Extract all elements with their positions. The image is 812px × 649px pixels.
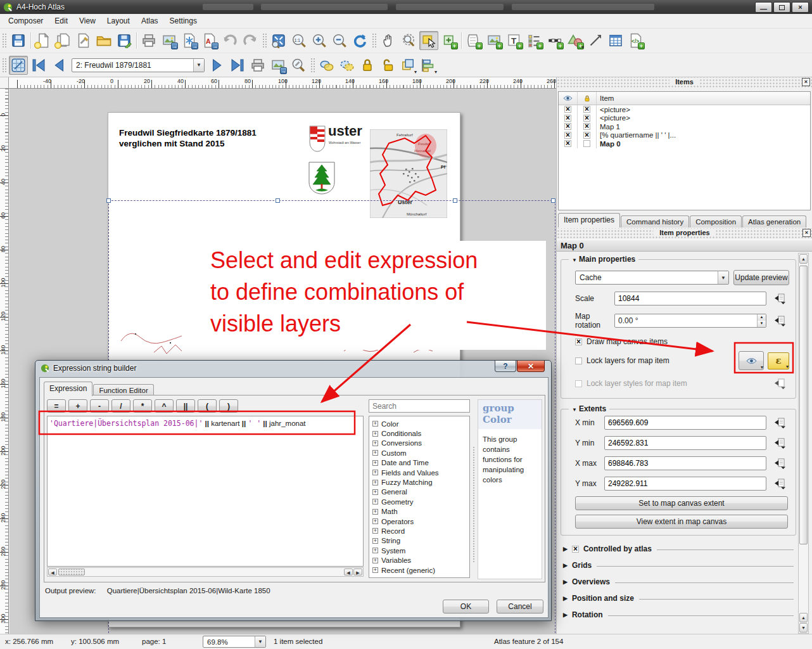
tab-composition[interactable]: Composition bbox=[690, 215, 742, 228]
operator-button[interactable]: ^ bbox=[155, 399, 174, 413]
visibility-preset-button[interactable]: ▾ bbox=[739, 351, 764, 370]
function-group-recent--generic-[interactable]: +Recent (generic) bbox=[372, 565, 469, 575]
properties-scrollbar[interactable]: ▲ ▲ ▼ bbox=[798, 253, 809, 634]
menu-item[interactable]: View bbox=[73, 15, 101, 27]
function-group-variables[interactable]: +Variables bbox=[372, 555, 469, 565]
function-search-input[interactable] bbox=[369, 399, 470, 413]
expand-plus-icon[interactable]: + bbox=[372, 421, 378, 427]
rotation-data-defined-button[interactable] bbox=[770, 314, 789, 328]
scroll-up-icon[interactable]: ▲ bbox=[799, 254, 808, 264]
section-overviews[interactable]: ▶Overviews bbox=[562, 574, 794, 590]
lock-styles-checkbox[interactable] bbox=[575, 380, 582, 387]
zoom-out-icon[interactable] bbox=[330, 31, 349, 50]
expand-plus-icon[interactable]: + bbox=[372, 470, 378, 475]
function-group-system[interactable]: +System bbox=[372, 546, 469, 555]
zoom-select-icon[interactable] bbox=[399, 31, 418, 50]
expand-plus-icon[interactable]: + bbox=[372, 518, 378, 524]
lock-checkbox[interactable]: × bbox=[583, 132, 590, 139]
expand-plus-icon[interactable]: + bbox=[372, 558, 378, 563]
expand-plus-icon[interactable]: + bbox=[372, 538, 378, 544]
lock-checkbox[interactable] bbox=[583, 140, 590, 147]
scrollbar-thumb[interactable] bbox=[58, 569, 85, 575]
lock-styles-data-defined-button[interactable] bbox=[770, 376, 789, 390]
visibility-checkbox[interactable]: × bbox=[564, 106, 571, 113]
visibility-checkbox[interactable]: × bbox=[564, 140, 571, 147]
zoom-full-icon[interactable] bbox=[269, 31, 288, 50]
draw-canvas-items-checkbox[interactable]: × bbox=[575, 338, 582, 345]
scale-data-defined-button[interactable] bbox=[770, 292, 789, 305]
undo-icon[interactable] bbox=[220, 31, 239, 50]
section-controlled-by-atlas[interactable]: ▶×Controlled by atlas bbox=[562, 541, 794, 557]
expand-plus-icon[interactable]: + bbox=[372, 528, 378, 534]
items-panel-close-icon[interactable]: × bbox=[802, 78, 810, 86]
scrollbar-thumb[interactable] bbox=[799, 266, 808, 544]
extents-header[interactable]: ▼Extents bbox=[569, 404, 609, 413]
ok-button[interactable]: OK bbox=[443, 600, 489, 614]
combo-dropdown-icon[interactable]: ▼ bbox=[193, 59, 204, 72]
items-table-row[interactable]: ××<picture> bbox=[559, 114, 810, 123]
lock-checkbox[interactable]: × bbox=[583, 106, 590, 113]
preview-atlas-icon[interactable] bbox=[9, 56, 28, 75]
operator-button[interactable]: - bbox=[90, 399, 109, 413]
section-checkbox[interactable]: × bbox=[572, 546, 579, 553]
ungroup-items-icon[interactable] bbox=[338, 56, 357, 75]
function-group-conditionals[interactable]: +Conditionals bbox=[372, 428, 469, 438]
operator-button[interactable]: ) bbox=[219, 399, 238, 413]
function-group-math[interactable]: +Math bbox=[372, 507, 469, 517]
duplicate-composition-icon[interactable] bbox=[54, 31, 73, 50]
menu-item[interactable]: Edit bbox=[49, 15, 73, 27]
operator-button[interactable]: ( bbox=[198, 399, 217, 413]
selection-handle[interactable] bbox=[453, 198, 457, 203]
add-scalebar-icon[interactable]: + bbox=[545, 31, 564, 50]
maximize-button[interactable] bbox=[773, 2, 790, 13]
scroll-left-icon[interactable]: ◀ bbox=[344, 569, 353, 575]
new-composition-icon[interactable] bbox=[34, 31, 53, 50]
expand-plus-icon[interactable]: + bbox=[372, 431, 378, 437]
redo-icon[interactable] bbox=[241, 31, 260, 50]
menu-item[interactable]: Composer bbox=[3, 15, 49, 27]
scroll-right-icon[interactable]: ▶ bbox=[353, 569, 362, 575]
expand-plus-icon[interactable]: + bbox=[372, 450, 378, 456]
selection-handle[interactable] bbox=[276, 198, 280, 203]
expand-plus-icon[interactable]: + bbox=[372, 460, 378, 466]
add-map-icon[interactable]: + bbox=[464, 31, 483, 50]
align-items-icon[interactable]: ▾ bbox=[419, 56, 438, 75]
extent-data-defined-button[interactable] bbox=[770, 436, 789, 450]
lock-items-icon[interactable] bbox=[358, 56, 377, 75]
expand-plus-icon[interactable]: + bbox=[372, 499, 378, 504]
add-legend-icon[interactable]: + bbox=[525, 31, 544, 50]
extent-data-defined-button[interactable] bbox=[770, 416, 789, 430]
expand-plus-icon[interactable]: + bbox=[372, 440, 378, 446]
function-group-fields-and-values[interactable]: +Fields and Values bbox=[372, 468, 469, 477]
combo-dropdown-icon[interactable]: ▼ bbox=[718, 271, 728, 284]
items-table-row[interactable]: ××<picture> bbox=[559, 105, 810, 114]
operator-button[interactable]: = bbox=[47, 399, 66, 413]
unlock-items-icon[interactable] bbox=[378, 56, 397, 75]
combo-dropdown-icon[interactable]: ▼ bbox=[255, 636, 265, 647]
print-icon[interactable] bbox=[139, 31, 158, 50]
zoom-actual-icon[interactable]: 1:1 bbox=[289, 31, 308, 50]
menu-item[interactable]: Atlas bbox=[136, 15, 164, 27]
items-table-row[interactable]: ×Map 0 bbox=[559, 139, 810, 148]
raise-items-icon[interactable]: ▾ bbox=[398, 56, 417, 75]
add-attribute-table-icon[interactable] bbox=[606, 31, 625, 50]
zoom-level-combo[interactable]: 69.8% ▼ bbox=[203, 636, 266, 648]
export-pdf-icon[interactable]: A→ bbox=[200, 31, 219, 50]
dialog-close-button[interactable]: ✕ bbox=[517, 361, 545, 372]
next-feature-icon[interactable] bbox=[208, 56, 227, 75]
section-position-and-size[interactable]: ▶Position and size bbox=[562, 590, 794, 607]
view-extent-in-canvas-button[interactable]: View extent in map canvas bbox=[575, 515, 788, 529]
move-content-icon[interactable]: + bbox=[440, 31, 459, 50]
scroll-up-icon[interactable]: ▲ bbox=[799, 613, 808, 622]
lock-checkbox[interactable]: × bbox=[583, 123, 590, 130]
zoom-in-icon[interactable] bbox=[310, 31, 329, 50]
function-group-date-and-time[interactable]: +Date and Time bbox=[372, 458, 469, 468]
composer-manager-icon[interactable] bbox=[74, 31, 93, 50]
scroll-left-icon[interactable]: ◀ bbox=[48, 569, 57, 575]
selection-handle[interactable] bbox=[551, 198, 555, 203]
minimize-button[interactable]: — bbox=[755, 2, 772, 13]
cancel-button[interactable]: Cancel bbox=[497, 600, 543, 614]
atlas-feature-combo[interactable]: 2: Freudwil 1879/1881 ▼ bbox=[72, 58, 205, 72]
function-group-conversions[interactable]: +Conversions bbox=[372, 439, 469, 448]
lock-checkbox[interactable]: × bbox=[583, 115, 590, 122]
